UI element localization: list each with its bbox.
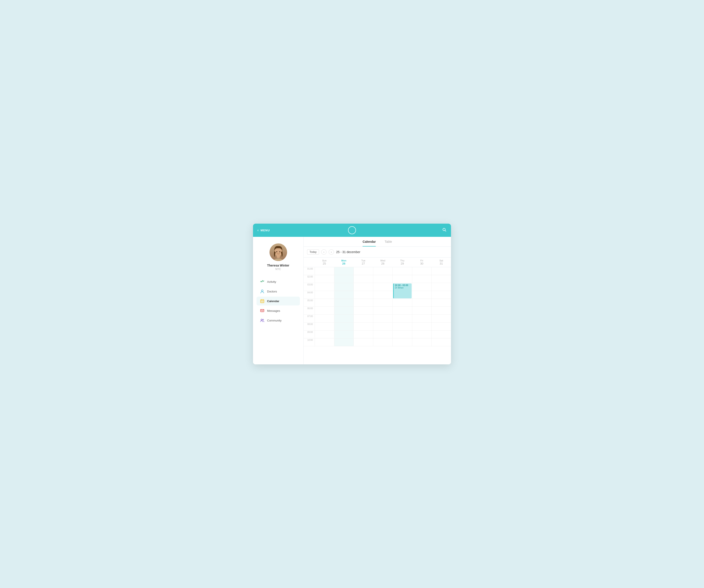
cal-cell[interactable] (373, 299, 393, 307)
cal-cell[interactable] (412, 330, 432, 338)
cal-cell[interactable] (412, 315, 432, 322)
search-icon[interactable] (442, 227, 447, 233)
tab-table[interactable]: Table (385, 240, 392, 247)
cal-cell[interactable] (354, 299, 373, 307)
cal-cell[interactable] (412, 291, 432, 299)
cal-cell[interactable] (393, 267, 412, 275)
cal-cell[interactable] (334, 307, 354, 315)
cal-cell[interactable] (314, 291, 334, 299)
next-button[interactable]: › (329, 249, 334, 255)
cal-cell[interactable] (354, 307, 373, 315)
cal-cell[interactable] (354, 291, 373, 299)
svg-rect-8 (260, 300, 264, 303)
cal-cell[interactable] (431, 291, 451, 299)
cal-cell[interactable] (373, 330, 393, 338)
cal-cell[interactable] (373, 338, 393, 346)
svg-point-16 (263, 319, 264, 320)
menu-button[interactable]: ‹ MENU (257, 228, 270, 232)
time-row: 10:00 (304, 338, 451, 346)
sidebar-item-doctors[interactable]: Doctors (256, 287, 300, 296)
cal-cell[interactable] (334, 291, 354, 299)
cal-cell[interactable] (354, 323, 373, 330)
cal-cell[interactable] (373, 307, 393, 315)
calendar-body: 01:0002:0003:0002:00 - 03:00Dr Bihan04:0… (304, 267, 451, 346)
cal-cell[interactable] (334, 267, 354, 275)
cal-cell[interactable] (431, 299, 451, 307)
cal-cell[interactable] (373, 315, 393, 322)
time-label: 10:00 (304, 338, 314, 346)
cal-cell[interactable] (431, 307, 451, 315)
cal-cell[interactable] (431, 338, 451, 346)
cal-cell[interactable] (393, 330, 412, 338)
cal-cell[interactable] (334, 283, 354, 291)
cal-cell[interactable] (314, 299, 334, 307)
cal-cell[interactable] (314, 323, 334, 330)
cal-cell[interactable] (431, 330, 451, 338)
cal-cell[interactable] (354, 275, 373, 283)
cal-cell[interactable] (431, 283, 451, 291)
cal-cell[interactable] (354, 283, 373, 291)
cal-cell[interactable] (334, 315, 354, 322)
cal-cell[interactable] (314, 338, 334, 346)
cal-cell[interactable] (412, 323, 432, 330)
time-row: 03:0002:00 - 03:00Dr Bihan (304, 283, 451, 291)
cal-cell[interactable] (354, 267, 373, 275)
cal-cell[interactable] (431, 267, 451, 275)
cal-cell[interactable] (314, 275, 334, 283)
cal-cell[interactable] (373, 275, 393, 283)
cal-cell[interactable] (412, 307, 432, 315)
cal-cell[interactable] (334, 330, 354, 338)
event-block[interactable]: 02:00 - 03:00Dr Bihan (393, 283, 412, 299)
cal-cell[interactable] (393, 315, 412, 322)
cal-cell[interactable] (431, 275, 451, 283)
view-tabs: Calendar Table (304, 237, 451, 247)
cal-cell[interactable] (431, 315, 451, 322)
cal-cell[interactable] (412, 299, 432, 307)
time-label: 08:00 (304, 323, 314, 330)
cal-cell[interactable] (373, 283, 393, 291)
cal-cell[interactable] (314, 267, 334, 275)
time-label: 07:00 (304, 315, 314, 322)
time-label: 03:00 (304, 283, 314, 291)
cal-cell[interactable] (393, 338, 412, 346)
calendar-label: Calendar (267, 300, 279, 303)
cal-cell[interactable] (373, 323, 393, 330)
cal-cell[interactable] (373, 267, 393, 275)
cal-cell[interactable] (412, 275, 432, 283)
cal-cell[interactable] (354, 338, 373, 346)
cal-cell[interactable] (334, 323, 354, 330)
today-button[interactable]: Today (307, 249, 319, 255)
sidebar-item-calendar[interactable]: Calendar (256, 297, 300, 306)
sidebar-item-messages[interactable]: Messages (256, 306, 300, 315)
prev-button[interactable]: ‹ (321, 249, 327, 255)
tab-calendar[interactable]: Calendar (363, 240, 376, 247)
sidebar-item-community[interactable]: Community (256, 316, 300, 325)
cal-cell[interactable] (393, 275, 412, 283)
cal-cell[interactable] (393, 299, 412, 307)
cal-cell[interactable] (314, 315, 334, 322)
cal-cell[interactable] (314, 307, 334, 315)
cal-cell[interactable]: 02:00 - 03:00Dr Bihan (393, 283, 412, 291)
cal-cell[interactable] (373, 291, 393, 299)
time-row: 05:00 (304, 299, 451, 307)
cal-cell[interactable] (354, 315, 373, 322)
user-city: NYC (276, 268, 281, 271)
cal-cell[interactable] (334, 338, 354, 346)
cal-cell[interactable] (334, 275, 354, 283)
cal-cell[interactable] (431, 323, 451, 330)
time-row: 09:00 (304, 330, 451, 338)
calendar-toolbar: Today ‹ › 25 - 31 december (304, 247, 451, 258)
cal-cell[interactable] (412, 267, 432, 275)
cal-cell[interactable] (412, 283, 432, 291)
cal-cell[interactable] (314, 330, 334, 338)
cal-cell[interactable] (354, 330, 373, 338)
cal-cell[interactable] (314, 283, 334, 291)
cal-cell[interactable] (412, 338, 432, 346)
cal-cell[interactable] (393, 307, 412, 315)
cal-cell[interactable] (393, 323, 412, 330)
sidebar-item-activity[interactable]: Activity (256, 277, 300, 286)
sidebar: Theresa Winter NYC Activity (253, 237, 304, 365)
cal-cell[interactable] (334, 299, 354, 307)
day-header-3: Wed 28 (373, 258, 393, 267)
day-header-2: Tue 27 (354, 258, 373, 267)
